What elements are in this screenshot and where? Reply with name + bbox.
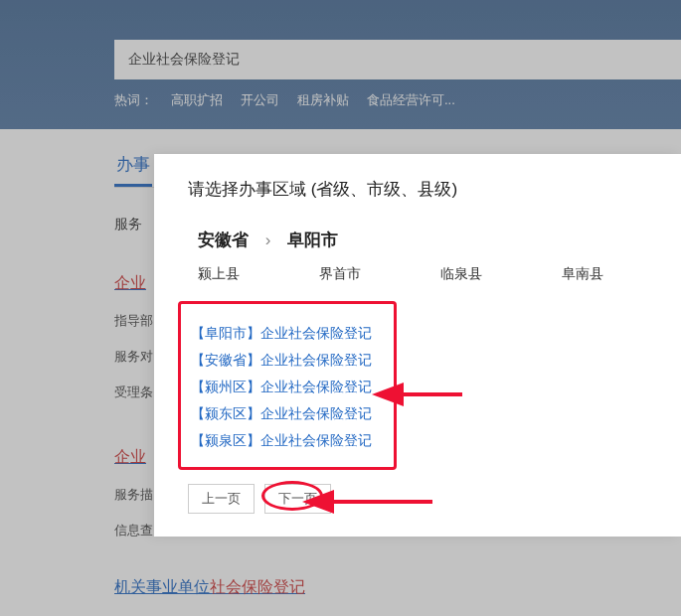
county-item[interactable]: 界首市 [319, 265, 440, 283]
county-item[interactable]: 临泉县 [440, 265, 562, 283]
breadcrumb-sep: › [265, 231, 271, 249]
breadcrumb-province[interactable]: 安徽省 [198, 231, 249, 249]
result-highlight-box: 【阜阳市】企业社会保险登记 【安徽省】企业社会保险登记 【颍州区】企业社会保险登… [178, 301, 397, 470]
next-page-button[interactable]: 下一页 [264, 484, 331, 514]
region-result-item[interactable]: 【颍东区】企业社会保险登记 [191, 405, 384, 423]
region-result-item[interactable]: 【安徽省】企业社会保险登记 [191, 352, 384, 370]
region-result-item[interactable]: 【颍泉区】企业社会保险登记 [191, 432, 384, 450]
modal-title: 请选择办事区域 (省级、市级、县级) [188, 178, 647, 201]
pager: 上一页 下一页 [188, 484, 647, 514]
region-modal: 请选择办事区域 (省级、市级、县级) 安徽省 › 阜阳市 颍上县 界首市 临泉县… [154, 154, 681, 537]
county-row: 颍上县 界首市 临泉县 阜南县 [188, 265, 647, 283]
county-item[interactable]: 阜南县 [562, 265, 647, 283]
prev-page-button[interactable]: 上一页 [188, 484, 255, 514]
county-item[interactable]: 颍上县 [198, 265, 319, 283]
region-result-item[interactable]: 【阜阳市】企业社会保险登记 [191, 325, 384, 343]
breadcrumb: 安徽省 › 阜阳市 [188, 229, 647, 251]
breadcrumb-city[interactable]: 阜阳市 [287, 231, 338, 249]
region-result-item[interactable]: 【颍州区】企业社会保险登记 [191, 379, 384, 396]
